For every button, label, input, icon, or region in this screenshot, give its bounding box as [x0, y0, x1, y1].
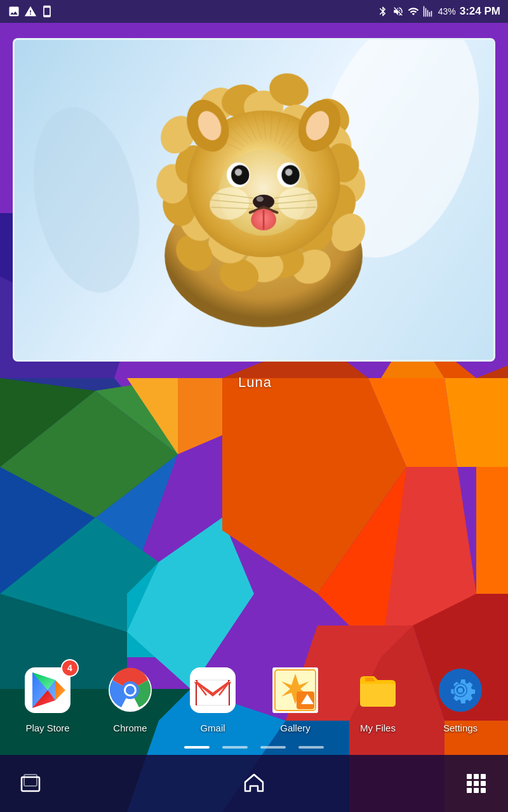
- recents-icon: [20, 772, 43, 795]
- chrome-icon-container: [103, 663, 157, 717]
- svg-point-42: [126, 686, 135, 695]
- status-system: 43% 3:24 PM: [377, 5, 500, 18]
- apps-icon: [465, 772, 488, 795]
- settings-label: Settings: [443, 723, 478, 733]
- gmail-app[interactable]: Gmail: [185, 663, 240, 733]
- chrome-app[interactable]: Chrome: [103, 663, 157, 733]
- app-dock: 4 Play Store: [0, 647, 508, 749]
- navigation-bar: [0, 755, 508, 812]
- svg-rect-71: [481, 788, 486, 793]
- svg-rect-67: [474, 781, 479, 786]
- page-indicators: [0, 746, 508, 751]
- play-store-label: Play Store: [25, 723, 69, 733]
- svg-rect-63: [467, 774, 472, 779]
- status-notifications: [8, 5, 53, 18]
- settings-icon: [438, 667, 483, 713]
- svg-rect-64: [474, 774, 479, 779]
- my-files-app[interactable]: My Files: [351, 663, 405, 733]
- gallery-icon-container: [268, 663, 323, 717]
- svg-point-54: [305, 698, 310, 703]
- signal-icon: [423, 6, 434, 17]
- battery-level: 43%: [438, 6, 456, 16]
- screenshot-icon: [41, 5, 53, 18]
- status-time: 3:24 PM: [460, 5, 500, 18]
- svg-rect-69: [467, 788, 472, 793]
- page-dot-4[interactable]: [298, 746, 324, 749]
- gallery-icon: [272, 667, 318, 713]
- gallery-label: Gallery: [280, 723, 311, 733]
- play-store-badge: 4: [61, 659, 79, 677]
- gmail-label: Gmail: [200, 723, 225, 733]
- photo-icon: [8, 5, 20, 18]
- apps-button[interactable]: [464, 771, 489, 796]
- settings-app[interactable]: Settings: [433, 663, 488, 733]
- gmail-icon: [190, 667, 236, 713]
- svg-rect-70: [474, 788, 479, 793]
- svg-rect-65: [481, 774, 486, 779]
- gallery-app[interactable]: Gallery: [268, 663, 323, 733]
- play-store-app[interactable]: 4 Play Store: [20, 663, 75, 733]
- svg-point-60: [458, 688, 463, 693]
- status-bar: 43% 3:24 PM: [0, 0, 508, 23]
- page-dot-1[interactable]: [184, 746, 210, 749]
- mute-icon: [392, 6, 404, 17]
- svg-rect-62: [24, 775, 37, 786]
- bluetooth-icon: [377, 6, 389, 17]
- dog-photo: [15, 40, 493, 360]
- chrome-icon: [107, 667, 153, 713]
- my-files-icon-container: [351, 663, 405, 717]
- settings-icon-container: [433, 663, 488, 717]
- recents-button[interactable]: [19, 771, 44, 796]
- chrome-label: Chrome: [113, 723, 147, 733]
- svg-marker-20: [476, 467, 508, 594]
- warning-icon: [24, 5, 37, 18]
- play-store-icon-container: 4: [20, 663, 75, 717]
- my-files-label: My Files: [360, 723, 396, 733]
- svg-rect-66: [467, 781, 472, 786]
- gmail-icon-container: [185, 663, 240, 717]
- svg-rect-68: [481, 781, 486, 786]
- my-files-icon: [355, 667, 401, 713]
- wifi-icon: [408, 6, 419, 17]
- home-icon: [243, 772, 265, 795]
- dog-widget[interactable]: [13, 38, 495, 362]
- folder-luna-label[interactable]: Luna: [238, 374, 272, 391]
- page-dot-2[interactable]: [222, 746, 248, 749]
- page-dot-3[interactable]: [260, 746, 286, 749]
- home-button[interactable]: [241, 771, 267, 796]
